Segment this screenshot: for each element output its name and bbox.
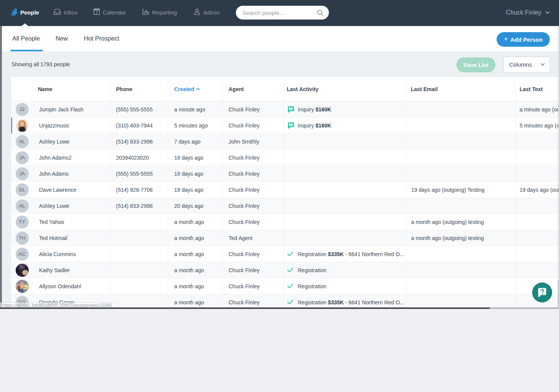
svg-text:1: 1: [96, 10, 98, 14]
